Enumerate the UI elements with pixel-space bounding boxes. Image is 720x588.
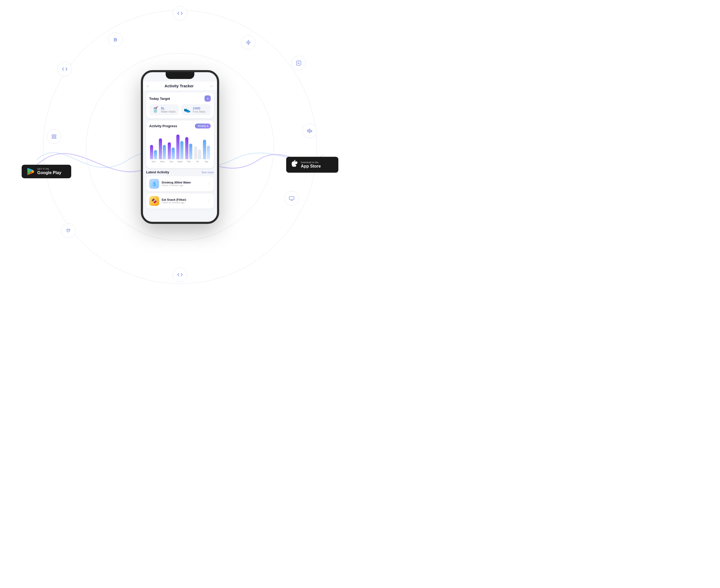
chart-label-wed: Wed — [178, 160, 182, 163]
bar-sat-blue2 — [207, 146, 210, 159]
icon-node-chart — [292, 56, 306, 70]
scene: GET IT ON Google Play Download on the Ap… — [0, 0, 360, 294]
chart-bar-mon: Mon — [159, 139, 166, 163]
icon-node-piggy — [61, 223, 76, 238]
target-card-header: Today Target + — [149, 96, 211, 102]
chart-bar-wed: Wed — [176, 134, 183, 163]
phone-mockup: ‹ Activity Tracker ··· Today Target + 🥤 — [141, 70, 219, 224]
activity-title: Latest Activity — [146, 170, 169, 174]
bar-wed-blue — [180, 141, 183, 159]
activity-avatar-water: 💧 — [149, 179, 159, 189]
phone-screen: ‹ Activity Tracker ··· Today Target + 🥤 — [143, 72, 217, 222]
chart-label-thu: Thu — [187, 160, 191, 163]
google-play-text: GET IT ON Google Play — [37, 168, 61, 175]
activity-options-button-water[interactable]: ⋮ — [207, 182, 211, 186]
svg-rect-7 — [311, 130, 312, 132]
bar-mon-blue — [163, 145, 166, 159]
progress-header: Activity Progress Weekly ▾ — [149, 124, 211, 128]
phone-notch — [166, 72, 194, 79]
bar-mon-purple — [159, 139, 162, 159]
more-button[interactable]: ··· — [210, 84, 213, 88]
app-title: Activity Tracker — [165, 84, 194, 88]
apple-icon — [291, 159, 298, 170]
bar-fri-light — [194, 146, 197, 159]
icon-node-lightning — [241, 35, 256, 50]
weekly-filter-button[interactable]: Weekly ▾ — [195, 124, 211, 128]
steps-value: 2400 — [193, 106, 205, 110]
phone-body: ‹ Activity Tracker ··· Today Target + 🥤 — [141, 70, 219, 224]
bar-sun-blue — [154, 150, 157, 159]
svg-rect-13 — [55, 135, 56, 136]
icon-node-grid — [47, 129, 61, 144]
bar-sun-purple — [150, 145, 153, 159]
play-icon — [26, 167, 35, 176]
foot-steps-item: 👟 2400 Foot Steps — [181, 104, 211, 115]
latest-activity-section: Latest Activity See more 💧 Drinking 300m… — [146, 170, 214, 209]
see-more-button[interactable]: See more — [201, 171, 214, 174]
activity-item-snack: 🍫 Eat Snack (Fitbar) About 10 minutes ag… — [146, 193, 214, 209]
water-value: 8L — [161, 106, 176, 110]
activity-name-water: Drinking 300ml Water — [162, 181, 204, 184]
svg-point-11 — [68, 230, 68, 231]
icon-node-code-top — [173, 6, 187, 21]
back-button[interactable]: ‹ — [147, 84, 148, 88]
steps-label: Foot Steps — [193, 110, 205, 113]
svg-rect-6 — [309, 129, 310, 133]
svg-rect-5 — [307, 130, 308, 132]
bar-tue-purple — [168, 142, 171, 159]
svg-rect-8 — [289, 197, 294, 200]
app-header: ‹ Activity Tracker ··· — [143, 82, 217, 90]
icon-node-code-bottom — [173, 268, 187, 282]
bar-fri-light2 — [198, 149, 201, 159]
chart-label-sun: Sun — [152, 160, 156, 163]
activity-item-water: 💧 Drinking 300ml Water About 3 minutes a… — [146, 176, 214, 191]
add-target-button[interactable]: + — [204, 96, 211, 102]
chart-bar-thu: Thu — [185, 137, 192, 163]
activity-progress-card: Activity Progress Weekly ▾ — [146, 121, 214, 168]
chart-label-mon: Mon — [160, 160, 165, 163]
activity-time-water: About 3 minutes ago — [162, 184, 204, 187]
activity-chart: Sun Mon — [149, 132, 211, 163]
water-icon: 🥤 — [152, 106, 159, 113]
activity-info-snack: Eat Snack (Fitbar) About 10 minutes ago — [162, 198, 204, 204]
svg-rect-14 — [52, 137, 54, 139]
activity-name-snack: Eat Snack (Fitbar) — [162, 198, 204, 201]
google-play-button[interactable]: GET IT ON Google Play — [22, 165, 71, 178]
icon-node-bitcoin — [108, 32, 123, 47]
activity-info-water: Drinking 300ml Water About 3 minutes ago — [162, 181, 204, 187]
chart-bar-fri: Fri — [194, 146, 201, 163]
svg-marker-0 — [246, 40, 251, 45]
icon-node-display — [284, 191, 299, 206]
water-label: Water Intake — [161, 110, 176, 113]
steps-icon: 👟 — [184, 106, 191, 113]
bar-thu-purple — [185, 137, 188, 159]
bar-sat-blue — [203, 140, 206, 159]
chart-label-sat: Sat — [204, 160, 208, 163]
today-target-card: Today Target + 🥤 8L Water Intake 👟 — [146, 92, 214, 118]
target-items: 🥤 8L Water Intake 👟 2400 Foot Steps — [149, 104, 211, 115]
bar-thu-blue — [189, 144, 192, 159]
app-store-button[interactable]: Download on the App Store — [286, 156, 338, 172]
activity-options-button-snack[interactable]: ⋮ — [207, 199, 211, 203]
icon-node-code-left — [57, 62, 72, 76]
activity-avatar-snack: 🍫 — [149, 196, 159, 206]
water-intake-item: 🥤 8L Water Intake — [149, 104, 179, 115]
chart-label-fri: Fri — [196, 160, 199, 163]
icon-node-settings — [302, 124, 317, 138]
chart-bar-sat: Sat — [203, 140, 210, 163]
chart-bar-sun: Sun — [150, 145, 157, 163]
chart-label-tue: Tue — [169, 160, 173, 163]
activity-header: Latest Activity See more — [146, 170, 214, 174]
chart-bar-tue: Tue — [168, 142, 175, 163]
app-store-text: Download on the App Store — [301, 161, 321, 168]
target-card-title: Today Target — [149, 97, 170, 101]
progress-title: Activity Progress — [149, 124, 177, 128]
svg-rect-15 — [55, 137, 56, 139]
bar-tue-blue — [172, 148, 175, 159]
activity-time-snack: About 10 minutes ago — [162, 201, 204, 204]
bar-wed-purple — [176, 134, 179, 159]
svg-rect-12 — [52, 135, 54, 136]
